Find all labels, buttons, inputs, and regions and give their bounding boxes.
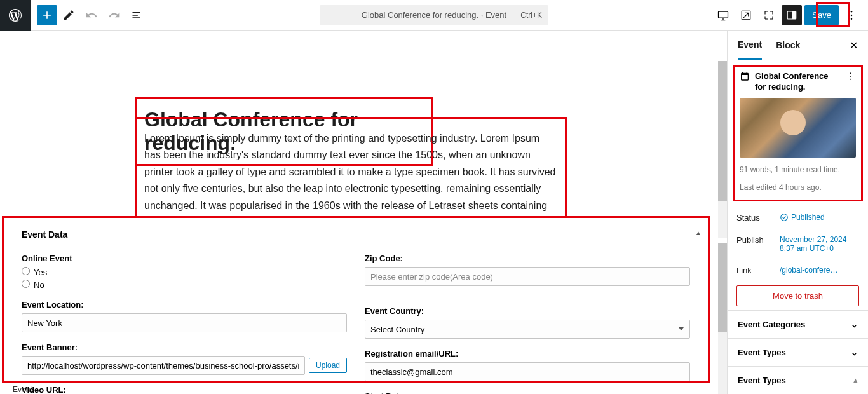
link-value[interactable]: /global-confere… (780, 266, 859, 275)
svg-rect-3 (792, 11, 796, 19)
command-shortcut: Ctrl+K (520, 11, 542, 20)
event-country-select[interactable]: Select Country (365, 320, 690, 339)
redo-button[interactable] (104, 5, 125, 25)
registration-label: Registration email/URL: (365, 349, 690, 358)
upload-button[interactable]: Upload (309, 358, 347, 373)
registration-input[interactable] (365, 362, 690, 381)
footer-post-type: Event (13, 385, 32, 394)
view-desktop-icon[interactable] (713, 5, 733, 25)
event-banner-label: Event Banner: (22, 343, 347, 352)
svg-point-9 (850, 79, 851, 80)
panel-collapse-icon[interactable]: ▲ (695, 229, 702, 236)
event-location-input[interactable] (22, 313, 347, 332)
chevron-down-icon: ⌄ (851, 320, 858, 329)
link-label: Link (736, 266, 780, 275)
svg-point-7 (850, 73, 851, 74)
close-sidebar-button[interactable]: ✕ (850, 39, 858, 51)
sidebar-summary-card: Global Conference for reducing. 91 words… (733, 65, 863, 201)
start-date-label: Start Date: (365, 391, 690, 394)
document-title-text: Global Conference for reducing. · Event (362, 10, 506, 20)
event-country-label: Event Country: (365, 306, 690, 316)
word-count-meta: 91 words, 1 minute read time. (740, 164, 856, 175)
featured-image-thumb[interactable] (740, 98, 856, 158)
block-inserter-button[interactable] (37, 5, 57, 25)
view-link-icon[interactable] (736, 5, 756, 25)
zip-code-input[interactable] (365, 267, 690, 286)
video-url-label: Video URL: (22, 385, 347, 394)
online-event-label: Online Event (22, 254, 347, 263)
card-options-icon[interactable] (846, 71, 856, 84)
online-yes-radio[interactable]: Yes (22, 267, 347, 277)
save-button[interactable]: Save (804, 5, 839, 25)
accordion-event-types-2[interactable]: Event Types▴ (728, 366, 868, 394)
chevron-up-icon: ▴ (853, 376, 858, 385)
sidebar-post-title: Global Conference for reducing. (755, 71, 841, 93)
move-to-trash-button[interactable]: Move to trash (736, 285, 859, 306)
publish-label: Publish (736, 235, 780, 245)
svg-rect-0 (719, 11, 728, 18)
calendar-icon (740, 71, 750, 84)
accordion-event-categories[interactable]: Event Categories⌄ (728, 310, 868, 338)
svg-point-10 (781, 214, 788, 221)
zip-code-label: Zip Code: (365, 254, 690, 263)
document-title-bar[interactable]: Global Conference for reducing. · Event … (320, 5, 548, 25)
status-label: Status (736, 213, 780, 222)
settings-sidebar: Event Block ✕ Global Conference for redu… (727, 31, 868, 394)
svg-point-4 (851, 10, 853, 12)
publish-value[interactable]: November 27, 2024 8:37 am UTC+0 (780, 235, 859, 253)
event-banner-input[interactable] (22, 356, 305, 375)
document-overview-button[interactable] (127, 5, 147, 25)
edit-tool-button[interactable] (58, 5, 79, 25)
online-no-radio[interactable]: No (22, 280, 347, 290)
chevron-down-icon: ⌄ (851, 348, 858, 357)
svg-point-5 (851, 14, 853, 16)
event-data-heading: Event Data (22, 229, 690, 240)
accordion-event-types-1[interactable]: Event Types⌄ (728, 338, 868, 366)
undo-button[interactable] (81, 5, 102, 25)
tab-block[interactable]: Block (776, 31, 800, 59)
event-data-panel: Event Data ▲ Online Event Yes No Event L… (2, 216, 710, 383)
fullscreen-icon[interactable] (759, 5, 779, 25)
svg-point-8 (850, 76, 851, 77)
event-location-label: Event Location: (22, 300, 347, 309)
options-menu-button[interactable] (841, 5, 862, 25)
svg-point-6 (851, 18, 853, 20)
settings-sidebar-toggle[interactable] (782, 5, 802, 25)
wordpress-logo[interactable] (0, 0, 31, 31)
tab-event[interactable]: Event (738, 31, 762, 60)
last-edited-meta: Last edited 4 hours ago. (740, 182, 856, 193)
status-value[interactable]: Published (780, 213, 859, 222)
save-button-label: Save (812, 10, 831, 20)
